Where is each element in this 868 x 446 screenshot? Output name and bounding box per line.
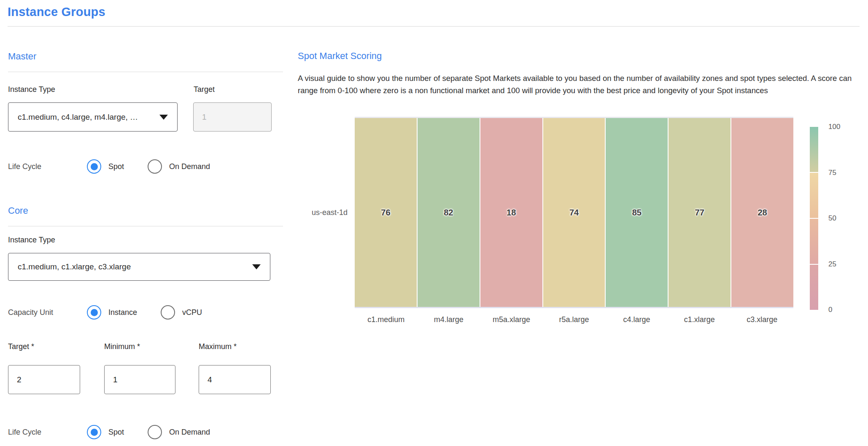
master-lifecycle-label: Life Cycle — [8, 162, 87, 171]
heatmap-x-label: r5a.large — [543, 315, 606, 324]
heatmap-cell-c1.xlarge[interactable]: 77 — [669, 118, 731, 307]
core-capacity-option-instance[interactable]: Instance — [87, 305, 137, 320]
core-lifecycle-option-spot[interactable]: Spot — [87, 425, 124, 439]
core-instance-type-label: Instance Type — [8, 236, 55, 244]
master-instance-type-select[interactable]: c1.medium, c4.large, m4.large, … — [8, 102, 178, 132]
heatmap-cell-value: 77 — [695, 208, 704, 218]
core-minimum-input[interactable] — [104, 365, 175, 394]
master-target-label: Target — [194, 85, 215, 94]
colorbar-segment — [810, 127, 818, 172]
radio-selected-icon[interactable] — [87, 305, 101, 320]
master-instance-type-value: c1.medium, c4.large, m4.large, … — [18, 113, 154, 122]
heatmap-cell-value: 82 — [444, 208, 453, 218]
chevron-down-icon — [252, 264, 261, 269]
colorbar-segment — [810, 218, 818, 264]
core-lifecycle-option-on-demand[interactable]: On Demand — [148, 425, 210, 439]
heatmap-x-label: c1.medium — [355, 315, 418, 324]
left-column: Master Instance Type c1.medium, c4.large… — [8, 0, 284, 446]
colorbar-segment — [810, 264, 818, 310]
colorbar-tick-labels: 1007550250 — [828, 127, 858, 310]
core-capacity-unit-label: Capacity Unit — [8, 308, 87, 317]
core-divider — [8, 226, 283, 226]
master-divider — [8, 72, 283, 72]
core-instance-type-select[interactable]: c1.medium, c1.xlarge, c3.xlarge — [8, 253, 270, 281]
core-minimum-label: Minimum * — [104, 342, 140, 351]
master-target-input — [193, 102, 272, 132]
colorbar-tick-label: 25 — [828, 260, 836, 269]
master-lifecycle-row: Life Cycle Spot On Demand — [8, 159, 234, 174]
heatmap-cell-value: 28 — [757, 208, 767, 218]
heatmap-cell-value: 18 — [507, 208, 516, 218]
chevron-down-icon — [159, 115, 168, 120]
heatmap-cell-m4.large[interactable]: 82 — [418, 118, 480, 307]
master-instance-type-label: Instance Type — [8, 85, 55, 94]
heatmap-x-label: m5a.xlarge — [480, 315, 543, 324]
core-maximum-input[interactable] — [199, 365, 271, 394]
heatmap-cell-value: 85 — [632, 208, 642, 218]
heatmap-cell-m5a.xlarge[interactable]: 18 — [480, 118, 542, 307]
heatmap-x-label: c1.xlarge — [668, 315, 731, 324]
radio-unselected-icon[interactable] — [148, 159, 162, 174]
colorbar-segment — [810, 172, 818, 218]
heatmap-cell-value: 74 — [569, 208, 579, 218]
colorbar-tick-label: 50 — [828, 214, 836, 223]
core-instance-type-value: c1.medium, c1.xlarge, c3.xlarge — [18, 262, 246, 271]
heatmap-x-label: c4.large — [605, 315, 668, 324]
core-section-heading: Core — [8, 205, 28, 216]
core-target-input[interactable] — [8, 365, 80, 394]
radio-unselected-icon[interactable] — [148, 425, 162, 439]
core-capacity-unit-row: Capacity Unit Instance vCPU — [8, 305, 226, 320]
heatmap-cell-value: 76 — [381, 208, 390, 218]
colorbar-tick-label: 100 — [828, 123, 840, 131]
spot-market-scoring-description: A visual guide to show you the number of… — [298, 72, 859, 97]
colorbar-gradient — [810, 127, 818, 310]
heatmap-cell-c1.medium[interactable]: 76 — [355, 118, 417, 307]
colorbar-tick-label: 0 — [828, 306, 832, 314]
master-lifecycle-option-spot[interactable]: Spot — [87, 159, 124, 174]
heatmap-row-label: us-east-1d — [305, 208, 348, 217]
core-lifecycle-label: Life Cycle — [8, 428, 87, 437]
core-target-label: Target * — [8, 342, 34, 351]
core-maximum-label: Maximum * — [199, 342, 237, 351]
colorbar-tick-label: 75 — [828, 169, 836, 177]
spot-market-scoring-heading: Spot Market Scoring — [298, 51, 382, 62]
heatmap: 76821874857728 — [355, 117, 793, 308]
instance-groups-page: Instance Groups Master Instance Type c1.… — [0, 0, 868, 446]
heatmap-x-label: m4.large — [418, 315, 480, 324]
heatmap-cell-r5a.large[interactable]: 74 — [543, 118, 605, 307]
master-lifecycle-option-on-demand[interactable]: On Demand — [148, 159, 210, 174]
radio-selected-icon[interactable] — [87, 159, 101, 174]
master-section-heading: Master — [8, 51, 36, 62]
core-capacity-option-vcpu[interactable]: vCPU — [161, 305, 202, 320]
radio-unselected-icon[interactable] — [161, 305, 175, 320]
heatmap-x-label: c3.xlarge — [731, 315, 793, 324]
heatmap-cell-c3.xlarge[interactable]: 28 — [731, 118, 793, 307]
heatmap-cell-c4.large[interactable]: 85 — [606, 118, 668, 307]
radio-selected-icon[interactable] — [87, 425, 101, 439]
spot-market-scoring-panel: Spot Market Scoring A visual guide to sh… — [298, 0, 863, 446]
core-lifecycle-row: Life Cycle Spot On Demand — [8, 425, 234, 440]
heatmap-x-axis-labels: c1.mediumm4.largem5a.xlarger5a.largec4.l… — [355, 315, 793, 324]
